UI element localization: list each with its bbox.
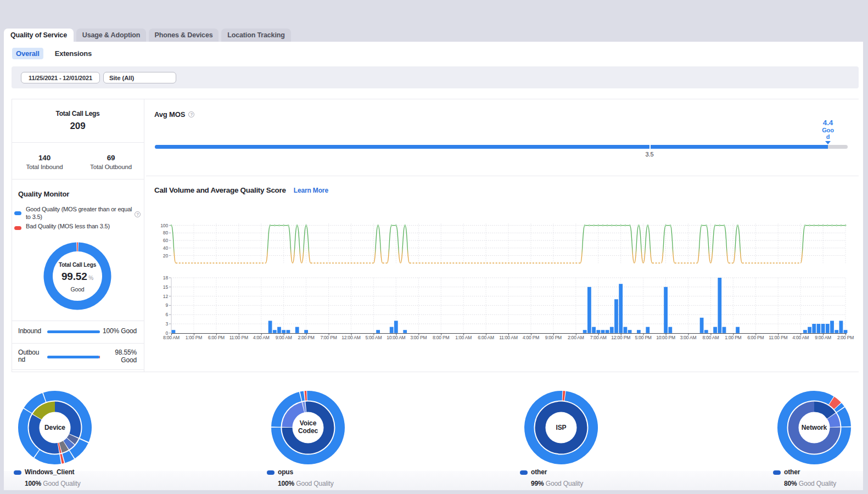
breakdown-legend-quality: 99% Good Quality <box>531 480 652 489</box>
breakdown-center-label-line: Codec <box>270 427 346 435</box>
avg-mos-info-icon[interactable]: ? <box>188 111 194 117</box>
avg-mos-title-row: Avg MOS? <box>154 109 264 119</box>
breakdown-legend-swatch <box>267 470 275 475</box>
breakdown-legend-pct: 99% <box>531 480 544 487</box>
content-panel: OverallExtensions 11/25/2021 - 12/01/202… <box>4 42 863 490</box>
avg-mos-title: Avg MOS <box>154 110 185 119</box>
svg-text:7:00 AM: 7:00 AM <box>590 335 607 340</box>
svg-text:6:00 AM: 6:00 AM <box>478 335 494 340</box>
avg-mos-marker-arrow <box>825 141 831 144</box>
avg-mos-value-word: Good <box>821 127 835 141</box>
left-panel-left-border <box>12 99 12 372</box>
subtab-overall[interactable]: Overall <box>12 48 43 59</box>
quality-monitor-title: Quality Monitor <box>18 190 139 200</box>
site-filter-input[interactable]: Site (All) <box>103 72 176 83</box>
svg-text:11:00 PM: 11:00 PM <box>229 335 248 340</box>
svg-text:8:00 PM: 8:00 PM <box>433 335 449 340</box>
qm-donut-quality-word: Good <box>42 286 113 294</box>
svg-text:9: 9 <box>165 302 168 308</box>
legend-good-label: Good Quality (MOS greater than or equal … <box>26 205 136 222</box>
outer-segment <box>561 391 562 401</box>
breakdown-legend-name: opus <box>278 468 399 477</box>
avg-mos-fill <box>155 145 828 149</box>
outbound-quality-label: Outbound <box>18 349 41 364</box>
legend-bad-swatch <box>14 226 21 230</box>
breakdown-center-label: Device <box>16 424 93 432</box>
breakdown-legend-pct: 80% <box>784 480 797 487</box>
bar-chart-yticks: 0369121518 <box>163 275 171 336</box>
svg-text:1:00 AM: 1:00 AM <box>455 335 472 340</box>
breakdown-center-label-line: Network <box>776 424 853 431</box>
qm-donut-bad-arc <box>77 243 78 252</box>
outer-segment <box>307 391 308 401</box>
quality-monitor-info-icon[interactable]: ? <box>135 211 141 217</box>
left-right-panel-divider <box>144 99 144 372</box>
total-call-legs-value: 209 <box>12 121 144 134</box>
tab-phones-devices[interactable]: Phones & Devices <box>149 29 219 42</box>
qm-percent-value: 99.52 <box>61 271 87 282</box>
tab-usage-adoption[interactable]: Usage & Adoption <box>76 29 146 42</box>
learn-more-link[interactable]: Learn More <box>294 187 328 194</box>
total-outbound-value: 69 <box>78 154 144 164</box>
svg-text:18: 18 <box>163 275 169 280</box>
breakdown-legend-swatch <box>773 470 781 475</box>
svg-text:6: 6 <box>165 312 168 317</box>
svg-text:8:00 AM: 8:00 AM <box>163 335 180 340</box>
breakdown-legend-rest: Good Quality <box>544 480 583 487</box>
call-volume-title: Call Volume and Average Quality Score <box>154 186 286 194</box>
avg-mos-value: 4.4 <box>817 119 839 127</box>
svg-text:60: 60 <box>163 238 169 243</box>
svg-text:15: 15 <box>163 284 169 290</box>
inbound-quality-label: Inbound <box>18 328 41 336</box>
inbound-quality-value: 100% Good <box>99 328 137 336</box>
tab-quality-of-service[interactable]: Quality of Service <box>4 29 74 42</box>
breakdown-center-label: ISP <box>523 424 600 432</box>
svg-text:3:00 AM: 3:00 AM <box>680 335 697 340</box>
total-inbound-value: 140 <box>12 154 77 164</box>
chart-gridlines <box>171 224 845 333</box>
breakdown-center-label: VoiceCodec <box>270 419 346 436</box>
filter-bar: 11/25/2021 - 12/01/2021 Site (All) <box>12 66 859 88</box>
svg-text:1:00 PM: 1:00 PM <box>725 335 741 340</box>
subtab-extensions[interactable]: Extensions <box>51 48 96 59</box>
total-outbound-label: Total Outbound <box>78 164 144 172</box>
svg-text:2:00 PM: 2:00 PM <box>837 335 854 340</box>
avgmos-bottom-border <box>146 176 859 176</box>
svg-text:3:00 PM: 3:00 PM <box>410 335 427 340</box>
chart-xlabels: 8:00 AM1:00 PM6:00 PM11:00 PM4:00 AM9:00… <box>163 334 854 340</box>
breakdown-legend-name: other <box>784 468 868 477</box>
legend-bad-label: Bad Quality (MOS less than 3.5) <box>26 223 141 232</box>
svg-text:4:00 AM: 4:00 AM <box>792 335 809 340</box>
outer-segment <box>43 391 55 402</box>
inbound-quality-bar-good <box>47 330 100 333</box>
svg-text:5:00 AM: 5:00 AM <box>366 335 382 340</box>
breakdown-legend-quality: 100% Good Quality <box>25 480 145 489</box>
breakdown-center-label-line: Device <box>16 424 93 431</box>
svg-text:9:00 PM: 9:00 PM <box>545 335 562 340</box>
svg-text:9:00 AM: 9:00 AM <box>815 335 831 340</box>
svg-text:1:00 PM: 1:00 PM <box>186 335 202 340</box>
svg-text:20: 20 <box>163 253 169 259</box>
date-range-input[interactable]: 11/25/2021 - 12/01/2021 <box>21 72 100 83</box>
outbound-quality-value: 98.55% Good <box>99 349 137 364</box>
breakdown-legend-rest: Good Quality <box>294 480 333 487</box>
svg-text:10:00 PM: 10:00 PM <box>656 335 675 340</box>
qm-percent-sign: % <box>87 275 93 281</box>
breakdown-legend-name: Windows_Client <box>25 468 145 477</box>
svg-text:100: 100 <box>160 223 168 228</box>
legend-good-swatch <box>14 211 21 215</box>
summary-divider-1 <box>12 142 144 143</box>
svg-text:12: 12 <box>163 294 169 299</box>
breakdown-legend-swatch <box>520 470 528 475</box>
svg-text:12:00 AM: 12:00 AM <box>341 335 360 340</box>
svg-text:6:00 PM: 6:00 PM <box>747 335 764 340</box>
total-call-legs-label: Total Call Legs <box>12 110 144 119</box>
breakdown-legend-name: other <box>531 468 652 477</box>
breakdown-legend-quality: 80% Good Quality <box>784 480 868 489</box>
tab-location-tracking[interactable]: Location Tracking <box>221 29 291 42</box>
summary-divider-2 <box>12 179 144 179</box>
svg-text:11:00 AM: 11:00 AM <box>499 335 518 340</box>
svg-text:12:00 PM: 12:00 PM <box>611 335 630 340</box>
call-volume-chart-svg: 2040608010003691215188:00 AM1:00 PM6:00 … <box>154 220 862 343</box>
panels-bottom-border <box>12 372 859 372</box>
